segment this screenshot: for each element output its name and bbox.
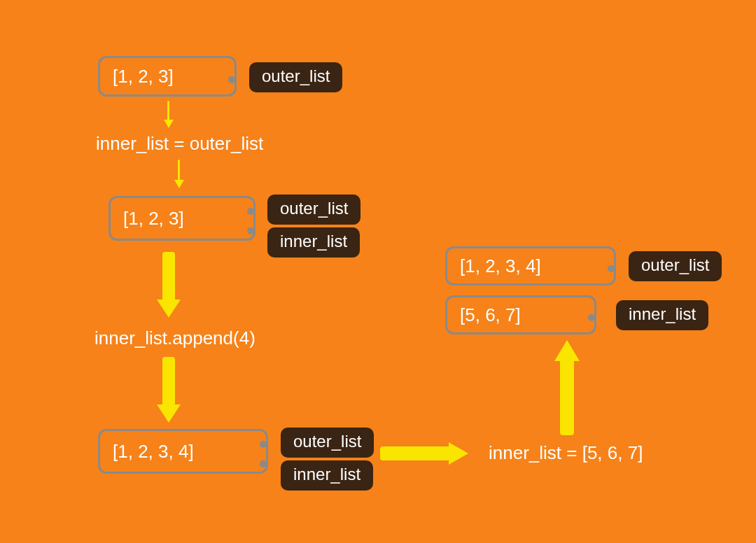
list-box-step5: [1, 2, 3, 4] bbox=[98, 429, 268, 474]
connector-dot bbox=[260, 460, 267, 467]
list-value: [1, 2, 3, 4] bbox=[113, 441, 194, 463]
arrow-down-2 bbox=[178, 160, 180, 181]
arrow-up-1 bbox=[560, 360, 574, 435]
var-tag-inner: inner_list bbox=[267, 227, 360, 258]
var-tag-outer: outer_list bbox=[267, 195, 360, 225]
var-tag-inner: inner_list bbox=[281, 460, 373, 491]
list-value: [5, 6, 7] bbox=[460, 304, 521, 326]
list-box-final-inner: [5, 6, 7] bbox=[445, 295, 596, 334]
diagram-canvas: { "boxes": { "step1": "[1, 2, 3]", "step… bbox=[0, 0, 756, 543]
arrow-down-1 bbox=[167, 101, 169, 120]
connector-dot bbox=[247, 227, 254, 234]
list-box-step1: [1, 2, 3] bbox=[98, 56, 237, 97]
connector-dot bbox=[608, 265, 615, 272]
list-value: [1, 2, 3, 4] bbox=[460, 255, 541, 277]
list-box-step3: [1, 2, 3] bbox=[108, 196, 255, 241]
list-value: [1, 2, 3] bbox=[113, 66, 174, 87]
arrow-down-4 bbox=[162, 357, 175, 406]
connector-dot bbox=[228, 76, 235, 83]
code-assign-1: inner_list = outer_list bbox=[96, 133, 263, 155]
list-value: [1, 2, 3] bbox=[123, 208, 184, 230]
connector-dot bbox=[247, 208, 254, 215]
var-tag-outer: outer_list bbox=[249, 62, 342, 92]
var-tag-inner: inner_list bbox=[616, 300, 708, 330]
arrow-right-1 bbox=[380, 446, 450, 460]
connector-dot bbox=[260, 441, 267, 448]
code-assign-2: inner_list = [5, 6, 7] bbox=[489, 442, 643, 464]
arrow-down-3 bbox=[162, 252, 175, 301]
connector-dot bbox=[588, 314, 595, 321]
var-tag-outer: outer_list bbox=[281, 428, 374, 458]
list-box-final-outer: [1, 2, 3, 4] bbox=[445, 246, 616, 285]
var-tag-outer: outer_list bbox=[629, 251, 722, 281]
code-append: inner_list.append(4) bbox=[94, 327, 255, 349]
